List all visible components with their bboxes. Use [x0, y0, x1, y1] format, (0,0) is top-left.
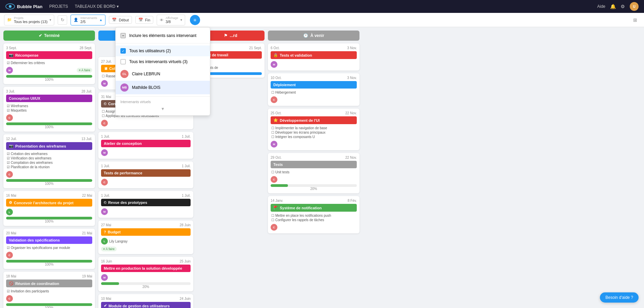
include-sans-label: Inclure les éléments sans intervenant [129, 33, 196, 38]
card-dev-ui-title: ⭐ Développement de l'UI [271, 116, 357, 124]
validation-avatar: C [6, 252, 13, 258]
recompense-progress [6, 75, 92, 78]
lock-icon: 🔒 [273, 53, 278, 57]
a-venir-label: À venir [310, 33, 324, 38]
card-architecture[interactable]: 16 Mai22 Mai ⚙ Concevoir l'architecture … [3, 191, 95, 226]
intervenants-filter[interactable]: 👤 Intervenants 2/5 ▲ [71, 15, 105, 25]
intervenants-arrow: ▲ [99, 18, 103, 22]
debut-filter[interactable]: 📅 Début [109, 16, 132, 24]
copyright-icon: © [104, 200, 106, 205]
card-revue[interactable]: 1 Juil.1 Juil. © Revue des prototypes M [98, 191, 193, 218]
mathilde-avatar: MB [120, 83, 129, 92]
tous-utilisateurs-label: Tous les utilisateurs (2) [129, 49, 171, 53]
revue-avatar: M [101, 208, 108, 215]
monitor-icon: 🖥 [104, 66, 108, 71]
gear-icon[interactable]: ⚙ [621, 4, 625, 9]
tests-avatar: C [271, 176, 277, 183]
settings-icon: ⚙ [9, 200, 12, 205]
recompense-progress-wrap [6, 75, 92, 78]
card-module-users[interactable]: 10 Mai24 Juin ✔ Module de gestion des ut… [98, 294, 193, 308]
nav-tableaux[interactable]: TABLEAUX DE BORD ▾ [75, 4, 118, 9]
camera2-icon: 📷 [9, 144, 14, 148]
card-tests[interactable]: 29 Oct.22 Nov. Tests ☐ Unit tests C 20% [268, 153, 359, 193]
card-validation-title: Validation des spécifications [6, 236, 92, 244]
card-atelier[interactable]: 1 Juil.1 Juil. Atelier de conception M [98, 132, 193, 159]
col-header-a-venir: 🕐 À venir [268, 31, 359, 41]
refresh-button[interactable]: ↻ [58, 15, 67, 25]
card-module-title: ✔ Module de gestion des utilisateurs [101, 302, 191, 308]
card-dev-ui[interactable]: 25 Oct.22 Nov. ⭐ Développement de l'UI ☐… [268, 109, 359, 150]
include-sans-checkbox[interactable]: − [120, 33, 126, 38]
fin-label: Fin [145, 18, 150, 22]
card-recompense-dates: 3 Sept.28 Sept. [6, 46, 92, 50]
projects-arrow: ▾ [50, 18, 51, 22]
retard-icon: ⚑ [224, 33, 228, 38]
card-conception-uiux[interactable]: 3 Juil.28 Juil. Conception UI/UX ☑ Wiref… [3, 87, 95, 132]
card-production-title: Mettre en production la solution dévelop… [101, 265, 191, 272]
termine-label: Terminé [44, 33, 60, 38]
projects-filter[interactable]: 📁 Projets Tous les projets (13) ▾ [4, 15, 54, 25]
refresh-icon: ↻ [61, 17, 64, 22]
atelier-avatar: M [101, 149, 108, 156]
logo-text: Bubble Plan [17, 4, 42, 9]
card-recompense[interactable]: 3 Sept.28 Sept. 📷 Récompense ☑ Détermine… [3, 43, 95, 84]
star-icon: ⭐ [273, 118, 278, 122]
card-tests-validation[interactable]: 6 Oct.3 Nov. 🔒 Tests et validation M [268, 43, 359, 71]
card-tests-perf[interactable]: 1 Juil.1 Juil. Tests de performance C [98, 161, 193, 188]
mathilde-name: Mathilde BLOIS [132, 85, 160, 90]
user-claire-item[interactable]: CL Claire LEBRUN [116, 67, 210, 81]
card-deploiement[interactable]: 10 Oct.3 Nov. Déploiement ☐ Hébergement … [268, 73, 359, 106]
logo-icon [5, 3, 15, 9]
reunion-avatar: C [6, 295, 13, 302]
card-presentation-wireframes[interactable]: 12 Juil.13 Juil. 📷 Présentation des wire… [3, 134, 95, 188]
claire-avatar: CL [120, 70, 129, 78]
projects-icon: 📁 [7, 18, 12, 22]
card-deploiement-title: Déploiement [271, 81, 357, 89]
add-button[interactable]: ≡ [190, 15, 200, 25]
card-notification-title: 🚩 Système de notification [271, 204, 357, 212]
card-budget-title: ? Budget [101, 228, 191, 236]
card-tests-perf-title: Tests de performance [101, 169, 191, 177]
help-link[interactable]: Aide [597, 4, 605, 9]
tous-virtuels-checkbox[interactable] [120, 59, 126, 64]
tous-virtuels-item[interactable]: Tous les intervenants virtuels (3) [116, 56, 210, 67]
card-budget[interactable]: 27 Mai28 Juin ? Budget L Lily Langray ≡ … [98, 220, 193, 254]
include-sans-item[interactable]: − Inclure les éléments sans intervenant [116, 30, 210, 41]
camera-icon: 📷 [9, 53, 14, 57]
affichage-filter[interactable]: 👁 Affichage 3/8 ▾ [157, 15, 185, 25]
logo[interactable]: Bubble Plan [5, 3, 42, 9]
check-circle-icon: ✔ [104, 304, 107, 308]
tous-virtuels-label: Tous les intervenants virtuels (3) [129, 59, 188, 64]
eye-icon: 👁 [160, 18, 163, 22]
scroll-arrow: ▼ [116, 105, 210, 113]
card-recompense-footer: M ≡ À faire [6, 67, 92, 74]
user-avatar[interactable]: U [630, 2, 639, 11]
debut-label: Début [119, 18, 129, 22]
help-button[interactable]: Besoin d'aide ? [600, 292, 639, 303]
filterbar: 📁 Projets Tous les projets (13) ▾ ↻ 👤 In… [0, 13, 644, 27]
card-notification[interactable]: 14 Janv.8 Fév. 🚩 Système de notification… [268, 196, 359, 233]
fin-filter[interactable]: 📅 Fin [135, 16, 153, 24]
recompense-avatar: M [6, 67, 13, 74]
affichage-value: 3/8 [165, 20, 178, 24]
card-production[interactable]: 16 Juin25 Juin Mettre en production la s… [98, 257, 193, 291]
a-venir-icon: 🕐 [303, 33, 308, 38]
card-validation-specs[interactable]: 20 Mai21 Mai Validation des spécificatio… [3, 229, 95, 269]
intervenants-value: 2/5 [80, 20, 97, 24]
block-icon: 🚫 [9, 281, 14, 286]
termine-check-icon: ✔ [39, 33, 42, 38]
tous-utilisateurs-checkbox[interactable]: ✓ [120, 48, 126, 54]
grid-view-button[interactable]: ⊞ [630, 15, 640, 25]
card-recompense-title-bar: 📷 Récompense [6, 51, 92, 59]
card-reunion[interactable]: 18 Mai19 Mai 🚫 Réunion de coordination ☑… [3, 272, 95, 308]
nav-projets[interactable]: PROJETS [49, 4, 68, 9]
tous-utilisateurs-item[interactable]: ✓ Tous les utilisateurs (2) [116, 45, 210, 56]
fin-icon: 📅 [138, 18, 143, 22]
bell-icon[interactable]: 🔔 [610, 4, 616, 9]
user-mathilde-item[interactable]: MB Mathilde BLOIS [116, 81, 210, 94]
tests-perf-avatar: C [101, 179, 108, 186]
bug-icon: © [104, 102, 106, 106]
virtual-section-label: Intervenants virtuels [116, 99, 210, 105]
kanban-area: ✔ Terminé 3 Sept.28 Sept. 📷 Récompense ☑… [0, 27, 644, 308]
card-recompense-tasks: ☑ Déterminer les critères [6, 61, 92, 65]
